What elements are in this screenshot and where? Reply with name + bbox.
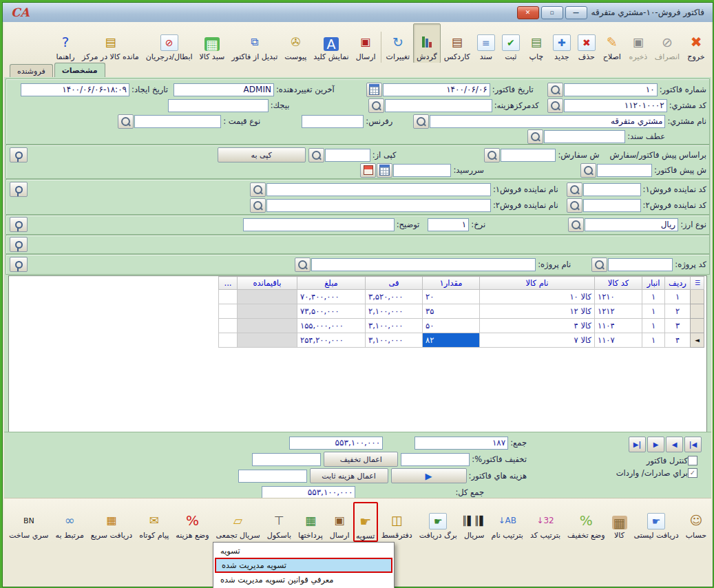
checkbox-icon[interactable] [688, 456, 697, 465]
checkbox-icon[interactable]: ✓ [688, 468, 697, 478]
grid-menu-icon[interactable]: ☰ [691, 277, 704, 290]
dispatch-button[interactable]: ▣ارسال [326, 501, 353, 542]
copy-to-button[interactable]: کپی به [218, 147, 306, 162]
rep1-code-input[interactable] [583, 183, 641, 196]
table-cell[interactable]: کالا ۴ [480, 319, 595, 333]
menu-item-2[interactable]: تسویه مدیریت شده [215, 558, 392, 573]
cumulative-serial-button[interactable]: ▱سریال تجمعی [213, 501, 264, 542]
record-nav-button-4[interactable]: |◀ [684, 437, 702, 452]
help-button[interactable]: ?راهنما [52, 23, 78, 63]
table-cell[interactable] [691, 319, 704, 333]
cost-center-input[interactable] [385, 99, 492, 112]
project-code-input[interactable] [608, 258, 673, 271]
weighbridge-button[interactable]: ⊤باسکول [264, 501, 295, 542]
quick-receipt-button[interactable]: ▦دریافت سریع [87, 501, 136, 542]
tab-seller[interactable]: فروشنده [10, 64, 53, 77]
column-header-4[interactable]: نام کالا [480, 277, 595, 290]
table-cell[interactable]: ۲۰ [423, 290, 480, 304]
installment-book-button[interactable]: ◫دفترقسط [378, 501, 416, 542]
order-by-code-button[interactable]: 32↓بترتیب کد [527, 501, 564, 542]
rep2-name-search-button[interactable] [250, 198, 266, 213]
list-receipt-button[interactable]: ☛دریافت لیستی [631, 501, 682, 542]
table-cell[interactable] [691, 304, 704, 319]
table-cell[interactable]: ۱۵۵,۰۰۰,۰۰۰ [297, 319, 366, 333]
apply-fixed-cost-button[interactable]: اعمال هزینه ثابت [310, 468, 388, 483]
table-row[interactable]: ۳۱۱۱۰۴کالا ۴۵۰۳,۱۰۰,۰۰۰۱۵۵,۰۰۰,۰۰۰ [219, 319, 704, 333]
voucher-button[interactable]: ≡سند [474, 23, 498, 63]
cost-status-button[interactable]: %وضع هزینه [172, 501, 212, 542]
table-cell[interactable] [238, 319, 297, 333]
table-cell[interactable]: ◄ [691, 333, 704, 348]
table-cell[interactable]: ۱۲۱۰ [595, 290, 642, 304]
proforma-no-input[interactable] [597, 164, 652, 177]
invoice-date-input[interactable]: ۱۴۰۰/۰۶/۰۶ [383, 83, 490, 96]
edit-button[interactable]: ✎اصلاح [599, 23, 625, 63]
table-cell[interactable]: کالا ۷ [480, 333, 595, 348]
price-type-input[interactable] [134, 115, 221, 128]
customer-code-input[interactable]: ۱۱۲۰۱۰۰۰۲ [564, 99, 667, 112]
customer-name-input[interactable]: مشتري متفرقه [430, 115, 665, 128]
due-date-input[interactable] [393, 164, 451, 177]
customer-name-search-button[interactable] [413, 114, 429, 129]
invoice-discount-input[interactable] [401, 453, 470, 466]
table-cell[interactable]: ۳ [665, 319, 691, 333]
table-cell[interactable] [238, 304, 297, 319]
proforma-no-search-button[interactable] [580, 163, 596, 178]
changes-button[interactable]: ↻تغییرات [383, 23, 414, 63]
table-cell[interactable]: ۳,۱۰۰,۰۰۰ [366, 333, 423, 348]
reference-input[interactable] [302, 115, 364, 128]
bijak-input[interactable] [168, 99, 269, 112]
table-cell[interactable]: ۱۲۱۲ [595, 304, 642, 319]
due-date-calendar-button[interactable] [377, 163, 392, 178]
column-header-9[interactable]: ... [219, 277, 238, 290]
discount-amount-input[interactable] [252, 453, 321, 466]
table-cell[interactable]: ۲ [665, 304, 691, 319]
table-cell[interactable]: ۷۳,۵۰۰,۰۰۰ [297, 304, 366, 319]
show-key-button[interactable]: Aنمایش کلید [310, 23, 352, 63]
cost-center-search-button[interactable] [368, 98, 384, 113]
order-no-input[interactable] [501, 149, 556, 162]
menu-item-1[interactable]: تسویه [215, 544, 392, 558]
table-cell[interactable]: ۱ [665, 290, 691, 304]
invoice-costs-button[interactable]: ▶ [391, 468, 467, 483]
batch-number-button[interactable]: BNسري ساخت [6, 501, 52, 542]
table-cell[interactable] [238, 290, 297, 304]
copy-from-input[interactable] [325, 149, 370, 162]
void-inprogress-button[interactable]: ⊘ابطال/درجریان [143, 23, 196, 63]
attachment-button[interactable]: ✇پیوست [281, 23, 310, 63]
table-cell[interactable]: ۳,۵۲۰,۰۰۰ [366, 290, 423, 304]
export-import-checkbox-row[interactable]: ✓ براي صادرات/ واردات [616, 468, 700, 478]
minimize-button[interactable]: — [565, 6, 587, 19]
record-nav-button-2[interactable]: ▶ [647, 437, 664, 452]
table-cell[interactable]: کالا ۱۰ [480, 290, 595, 304]
column-header-3[interactable]: کد کالا [595, 277, 642, 290]
fixed-cost-input[interactable] [238, 470, 307, 483]
table-cell[interactable]: ۳۵ [423, 304, 480, 319]
table-cell[interactable]: ۲۵۴,۲۰۰,۰۰۰ [297, 333, 366, 348]
customer-code-search-button[interactable] [547, 98, 563, 113]
table-cell[interactable] [219, 319, 238, 333]
project-name-search-button[interactable] [295, 258, 311, 272]
rep2-code-search-button[interactable] [567, 198, 582, 213]
items-table[interactable]: ☰ردیفانبارکد کالانام کالامقدار۱فیمبلغباق… [218, 276, 704, 348]
column-header-5[interactable]: مقدار۱ [423, 277, 480, 290]
project-name-input[interactable] [311, 258, 536, 271]
delete-button[interactable]: ✖حذف [574, 23, 599, 63]
table-cell[interactable]: ۳,۱۰۰,۰۰۰ [366, 319, 423, 333]
table-cell[interactable] [219, 304, 238, 319]
rep2-name-input[interactable] [266, 199, 491, 212]
tab-specifications[interactable]: مشخصات [54, 63, 105, 77]
price-type-search-button[interactable] [118, 114, 134, 129]
related-to-button[interactable]: ∞مرتبط به [52, 501, 87, 542]
table-cell[interactable]: ۱ [642, 304, 665, 319]
table-cell[interactable]: ۱۱۰۷ [595, 333, 642, 348]
order-by-name-button[interactable]: AB↓بترتیب نام [488, 501, 527, 542]
table-cell[interactable]: کالا ۱۲ [480, 304, 595, 319]
account-button[interactable]: ☺حساب [682, 501, 710, 542]
convert-from-invoice-button[interactable]: ⧉تبدیل از فاکتور [228, 23, 281, 63]
record-nav-button-1[interactable]: ▶| [629, 437, 646, 452]
maximize-button[interactable]: ▫ [541, 6, 563, 19]
rate-input[interactable]: ۱ [428, 218, 469, 231]
print-button[interactable]: ▤چاپ [523, 23, 549, 63]
currency-input[interactable]: ریال [585, 218, 678, 231]
